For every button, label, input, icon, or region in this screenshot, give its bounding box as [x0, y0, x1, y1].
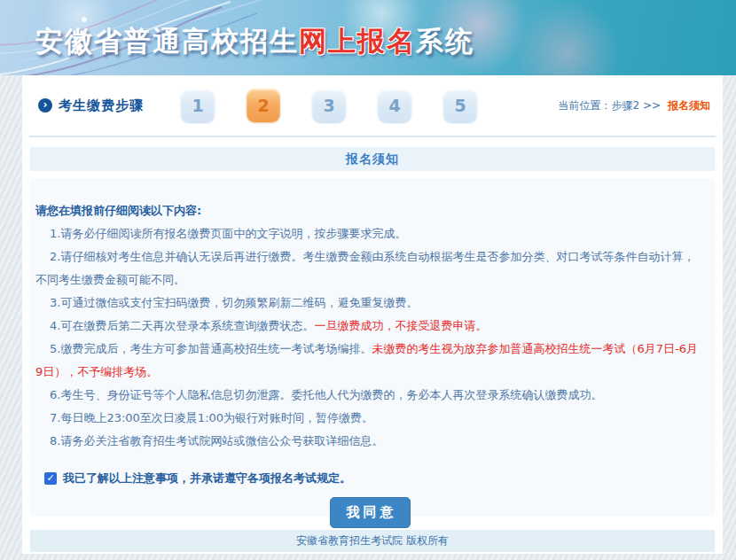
breadcrumb: 当前位置：步骤2 >> 报名须知 — [559, 98, 714, 113]
notice-intro: 请您在填报前仔细阅读以下内容: — [35, 201, 704, 221]
notice-item: 7.每日晚上23:00至次日凌晨1:00为银行对账时间，暂停缴费。 — [35, 407, 704, 430]
page-title-part1: 安徽省普通高校招生 — [35, 25, 299, 57]
header-banner: 安徽省普通高校招生网上报名系统 — [0, 0, 736, 75]
notice-item: 4.可在缴费后第二天再次登录本系统查询缴费状态。一旦缴费成功，不接受退费申请。 — [35, 315, 704, 338]
page-body: › 考生缴费步骤 1 2 3 4 5 当前位置：步骤2 >> 报名须知 报名须知… — [0, 75, 736, 560]
content-column: › 考生缴费步骤 1 2 3 4 5 当前位置：步骤2 >> 报名须知 报名须知… — [22, 75, 723, 554]
step-number: 1 — [192, 96, 203, 115]
steps-row: › 考生缴费步骤 1 2 3 4 5 当前位置：步骤2 >> 报名须知 — [29, 75, 716, 137]
page: 安徽省普通高校招生网上报名系统 › 考生缴费步骤 1 2 3 4 5 当前位置：… — [0, 0, 736, 560]
notice-panel: 请您在填报前仔细阅读以下内容: 1.请务必仔细阅读所有报名缴费页面中的文字说明，… — [30, 178, 715, 517]
page-title-part2: 系统 — [416, 25, 474, 57]
step-box-3: 3 — [312, 89, 346, 122]
agree-button[interactable]: 我同意 — [330, 497, 411, 528]
notice-item: 5.缴费完成后，考生方可参加普通高校招生统一考试考场编排。未缴费的考生视为放弃参… — [35, 338, 704, 384]
chevron-right-circle-icon: › — [38, 98, 52, 113]
notice-item: 2.请仔细核对考生信息并确认无误后再进行缴费。考生缴费金额由系统自动根据考生是否… — [35, 245, 704, 292]
breadcrumb-prefix: 当前位置：步骤2 >> — [559, 99, 662, 112]
button-row: 我同意 — [35, 497, 704, 528]
step-box-1: 1 — [181, 89, 215, 122]
step-number: 4 — [388, 96, 400, 115]
page-title-highlight: 网上报名 — [299, 25, 416, 57]
page-title: 安徽省普通高校招生网上报名系统 — [35, 23, 474, 60]
agree-label: 我已了解以上注意事项，并承诺遵守各项报名考试规定。 — [63, 471, 351, 486]
footer-copyright: 安徽省教育招生考试院 版权所有 — [30, 530, 715, 552]
step-number: 5 — [454, 96, 466, 115]
notice-item-list: 1.请务必仔细阅读所有报名缴费页面中的文字说明，按步骤要求完成。 2.请仔细核对… — [35, 222, 704, 453]
agreement-row: ✓ 我已了解以上注意事项，并承诺遵守各项报名考试规定。 — [35, 471, 704, 486]
notice-title: 报名须知 — [30, 147, 715, 171]
notice-item: 1.请务必仔细阅读所有报名缴费页面中的文字说明，按步骤要求完成。 — [35, 222, 704, 245]
agree-checkbox[interactable]: ✓ — [44, 472, 57, 485]
step-box-2: 2 — [247, 89, 280, 122]
steps-label: 考生缴费步骤 — [59, 97, 144, 114]
step-number: 3 — [323, 96, 334, 115]
steps-title: › 考生缴费步骤 — [38, 97, 144, 114]
notice-item: 8.请务必关注省教育招生考试院网站或微信公众号获取详细信息。 — [35, 430, 704, 453]
notice-item: 6.考生号、身份证号等个人隐私信息切勿泄露。委托他人代为缴费的，务必本人再次登录… — [35, 384, 704, 407]
step-indicator: 1 2 3 4 5 — [181, 89, 477, 122]
breadcrumb-current: 报名须知 — [668, 99, 710, 112]
step-box-5: 5 — [443, 89, 477, 122]
step-box-4: 4 — [378, 89, 411, 122]
notice-item: 3.可通过微信或支付宝扫码缴费，切勿频繁刷新二维码，避免重复缴费。 — [35, 292, 704, 315]
step-number: 2 — [257, 96, 269, 115]
